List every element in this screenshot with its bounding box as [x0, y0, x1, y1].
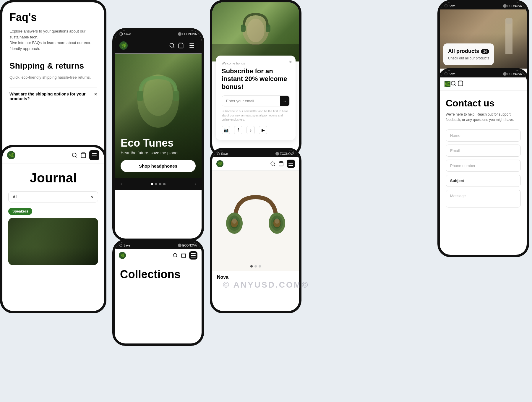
cart-icon[interactable]: [181, 253, 186, 258]
cart-icon[interactable]: [178, 43, 184, 48]
tiktok-icon[interactable]: ♪: [246, 126, 255, 134]
hero-image: Eco Tunes Hear the future, save the plan…: [115, 54, 202, 178]
svg-point-20: [217, 153, 220, 155]
svg-point-1: [170, 43, 174, 47]
svg-point-17: [120, 244, 122, 247]
phone-journal: 🌿 Journal All ∨ Speakers: [0, 145, 106, 313]
social-icons-row: 📷 f ♪ ▶: [222, 126, 290, 134]
close-icon[interactable]: ×: [94, 92, 97, 97]
status-save: Save: [445, 72, 455, 76]
menu-line: [191, 257, 196, 257]
search-icon[interactable]: [72, 152, 77, 158]
menu-button[interactable]: [189, 251, 197, 260]
save-icon: [119, 32, 123, 36]
modal-close-icon[interactable]: ×: [289, 59, 292, 65]
shipping-desc: Quick, eco-friendly shipping hassle-free…: [9, 74, 97, 80]
shop-headphones-button[interactable]: Shop headphones: [121, 160, 196, 172]
carousel-nav: ← →: [115, 178, 202, 190]
nav-icons[interactable]: [450, 80, 463, 87]
dot-4[interactable]: [163, 183, 166, 185]
save-icon: [119, 244, 122, 247]
shipping-title: Shipping & returns: [9, 61, 97, 71]
contact-subtitle: We're here to help. Reach out for suppor…: [446, 112, 521, 122]
app-logo: 🌿: [7, 151, 15, 159]
menu-line: [191, 253, 196, 254]
svg-point-21: [271, 162, 274, 165]
phone-subscribe: × Welcome bonus Subscribe for an instant…: [210, 0, 301, 157]
svg-rect-8: [241, 25, 246, 32]
contact-title: Contact us: [446, 98, 521, 109]
svg-point-11: [445, 5, 447, 7]
cart-icon[interactable]: [278, 161, 284, 166]
message-field[interactable]: Message: [446, 190, 521, 208]
filter-dropdown[interactable]: All ∨: [8, 191, 98, 202]
article-thumbnail: [8, 218, 98, 265]
phone-collections-inner: Save ECONOVA 🌿 Collections: [115, 242, 202, 343]
brand-dot: [503, 72, 507, 76]
phone-eco-tunes: Save ECONOVA 🌿: [112, 28, 204, 241]
prev-arrow[interactable]: ←: [119, 181, 125, 187]
search-icon[interactable]: [173, 253, 178, 258]
contact-nav: 🌿: [440, 77, 527, 91]
cart-icon[interactable]: [458, 80, 463, 86]
image-dots: [250, 265, 261, 268]
nav-icons[interactable]: [72, 150, 99, 160]
product-overlay: All products 24 Check out all our produc…: [440, 9, 527, 69]
img-dot-1[interactable]: [250, 265, 253, 268]
phone-collections: Save ECONOVA 🌿 Collections: [112, 239, 204, 346]
email-submit-button[interactable]: →: [280, 96, 289, 106]
product-nav: 🌿: [212, 157, 299, 171]
journal-nav: 🌿: [2, 147, 104, 163]
dot-2[interactable]: [155, 183, 157, 185]
youtube-icon[interactable]: ▶: [259, 126, 267, 134]
nav-icons[interactable]: [270, 160, 295, 168]
save-icon: [217, 152, 220, 155]
modal-title: Subscribe for an instant 20% welcome bon…: [222, 67, 290, 91]
menu-button[interactable]: [187, 40, 197, 51]
nav-icons[interactable]: [169, 40, 197, 51]
subject-field[interactable]: Subject: [446, 175, 521, 187]
next-arrow[interactable]: →: [192, 181, 197, 187]
email-field[interactable]: Email: [446, 145, 521, 157]
search-icon[interactable]: [270, 161, 275, 166]
search-icon[interactable]: [169, 43, 175, 48]
phone-faqs-inner: Faq's Explore answers to your questions …: [2, 2, 104, 169]
nav-icons[interactable]: [173, 251, 197, 260]
menu-button[interactable]: [287, 160, 295, 168]
all-products-card: All products 24 Check out all our produc…: [443, 43, 494, 65]
email-subscribe-row: →: [222, 95, 290, 106]
faq-item-shipping[interactable]: What are the shipping options for your p…: [9, 87, 97, 105]
email-input[interactable]: [222, 96, 280, 106]
phone-contact: Save ECONOVA 🌿 Contact us We're here to …: [437, 68, 529, 257]
app-logo: 🌿: [119, 252, 126, 259]
all-products-title: All products: [448, 48, 479, 54]
app-nav: 🌿: [115, 38, 202, 54]
img-dot-3[interactable]: [259, 265, 261, 268]
app-logo: 🌿: [445, 81, 450, 87]
product-name: Nova: [217, 275, 294, 280]
img-dot-2[interactable]: [254, 265, 257, 268]
status-save: Save: [119, 244, 130, 247]
hero-title: Eco Tunes: [121, 137, 196, 149]
name-field[interactable]: Name: [446, 129, 521, 142]
search-icon[interactable]: [450, 80, 456, 86]
chevron-down-icon: ∨: [91, 194, 94, 199]
menu-button[interactable]: [89, 150, 99, 160]
menu-line: [189, 43, 194, 44]
save-icon: [445, 4, 447, 7]
menu-line: [189, 45, 194, 46]
phone-field[interactable]: Phone number: [446, 160, 521, 172]
dot-3[interactable]: [159, 183, 161, 185]
brand-dot: [178, 244, 181, 247]
cart-icon[interactable]: [80, 152, 86, 158]
hero-sub: Hear the future, save the planet.: [121, 150, 196, 155]
svg-point-31: [232, 218, 237, 224]
brand-dot: [503, 4, 507, 8]
instagram-icon[interactable]: 📷: [222, 126, 230, 134]
brand-logo: ECONOVA: [178, 244, 197, 247]
collections-content: Collections: [115, 262, 202, 287]
faqs-content: Faq's Explore answers to your questions …: [2, 2, 104, 114]
facebook-icon[interactable]: f: [234, 126, 242, 134]
svg-point-15: [72, 153, 76, 157]
dot-1[interactable]: [151, 183, 153, 185]
